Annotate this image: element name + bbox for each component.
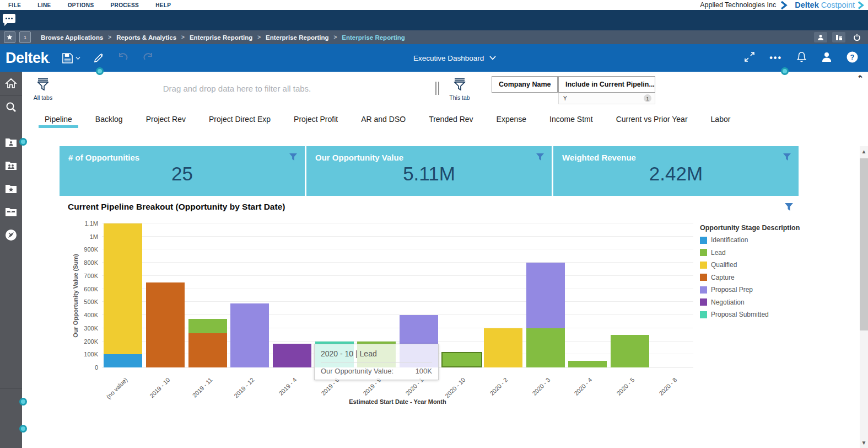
tab-income-stmt[interactable]: Income Stmt <box>538 106 605 132</box>
save-button[interactable] <box>62 52 80 64</box>
starred-folder-icon[interactable] <box>0 177 22 200</box>
bar-segment-identification[interactable] <box>104 354 142 367</box>
legend-item-negotiation[interactable]: Negotiation <box>700 298 800 306</box>
bar-segment-negotiation[interactable] <box>273 344 311 367</box>
user-profile-button[interactable] <box>821 51 832 65</box>
breadcrumb-item[interactable]: Reports & Analytics <box>116 34 176 41</box>
bar-segment-lead[interactable] <box>188 319 227 333</box>
kpi-filter-funnel-icon[interactable] <box>289 153 297 163</box>
organization-icon[interactable] <box>832 32 845 42</box>
breadcrumb-item[interactable]: Enterprise Reporting <box>266 34 328 41</box>
scroll-up-arrow[interactable]: ▲ <box>860 148 868 154</box>
help-button[interactable]: ? <box>847 51 858 65</box>
bar-2020-5[interactable] <box>611 335 649 367</box>
dashboard-selector[interactable]: Executive Dashboard <box>413 44 496 72</box>
legend-label: Proposal Submitted <box>711 311 769 318</box>
redo-button[interactable] <box>142 52 155 64</box>
bar-2019-12[interactable] <box>230 303 269 367</box>
bar-segment-qualified[interactable] <box>484 328 522 367</box>
bar-segment-lead[interactable] <box>443 353 481 366</box>
menu-item-help[interactable]: HELP <box>147 2 179 8</box>
scroll-top-chevron-icon[interactable]: ⌃ <box>857 74 863 82</box>
drag-handle-dot[interactable] <box>19 398 27 406</box>
menu-item-line[interactable]: LINE <box>29 2 59 8</box>
tab-current-vs-prior-year[interactable]: Current vs Prior Year <box>605 106 699 132</box>
search-icon[interactable] <box>0 95 22 119</box>
user-folder-icon[interactable] <box>0 131 22 154</box>
panel-resize-handle[interactable] <box>435 82 439 95</box>
more-options-button[interactable]: ••• <box>769 53 782 63</box>
bar-segment-lead[interactable] <box>611 335 649 367</box>
legend-item-identification[interactable]: Identification <box>700 236 800 244</box>
notifications-bell-button[interactable] <box>796 51 807 65</box>
gridline <box>102 236 693 237</box>
bar-segment-lead[interactable] <box>526 328 565 367</box>
tab-expense[interactable]: Expense <box>485 106 538 132</box>
tab-project-profit[interactable]: Project Profit <box>282 106 349 132</box>
legend-item-qualified[interactable]: Qualified <box>700 261 800 269</box>
compass-icon[interactable] <box>0 223 22 247</box>
breadcrumb-item[interactable]: Enterprise Reporting <box>190 34 252 41</box>
bar-segment-proposal-prep[interactable] <box>230 303 269 367</box>
tab-ar-and-dso[interactable]: AR and DSO <box>349 106 417 132</box>
x-tick-label: 2020 - 1 <box>384 376 425 417</box>
menu-item-file[interactable]: FILE <box>0 2 29 8</box>
chat-icon[interactable] <box>3 14 15 23</box>
bar-segment-qualified[interactable] <box>104 223 142 354</box>
browse-applications-icon[interactable] <box>0 200 22 223</box>
drag-handle-dot[interactable] <box>19 138 27 146</box>
bar-2020-10[interactable] <box>441 352 482 367</box>
window-number-icon[interactable]: 1 <box>19 31 31 43</box>
home-icon[interactable] <box>0 72 22 95</box>
bar-2020-4[interactable] <box>568 361 607 367</box>
scroll-down-arrow[interactable]: ▼ <box>860 440 868 446</box>
bar-2020-3[interactable] <box>526 263 565 367</box>
legend-item-capture[interactable]: Capture <box>700 274 800 281</box>
pipeline-chip-value-row[interactable]: Y 1 <box>558 93 655 104</box>
users-folder-icon[interactable] <box>0 154 22 177</box>
tab-pipeline[interactable]: Pipeline <box>33 106 84 132</box>
menu-item-process[interactable]: PROCESS <box>102 2 147 8</box>
vertical-scrollbar[interactable]: ▲ ▼ <box>860 146 868 448</box>
breadcrumb-item[interactable]: Enterprise Reporting <box>342 34 405 41</box>
chart-filter-funnel-icon[interactable] <box>785 203 793 213</box>
bar-segment-lead[interactable] <box>568 361 607 367</box>
legend-item-proposal-submitted[interactable]: Proposal Submitted <box>700 311 800 318</box>
filter-drop-zone[interactable]: Drag and drop data here to filter all ta… <box>55 84 419 93</box>
bar-segment-capture[interactable] <box>188 333 227 367</box>
undo-button[interactable] <box>116 52 130 64</box>
bar-2019-4[interactable] <box>273 344 311 367</box>
breadcrumb-item[interactable]: Browse Applications <box>41 34 103 41</box>
bar--no-value-[interactable] <box>104 223 142 367</box>
user-icon[interactable] <box>814 32 827 42</box>
bar-segment-capture[interactable] <box>146 282 185 367</box>
favorite-star-icon[interactable] <box>4 31 15 43</box>
kpi-filter-funnel-icon[interactable] <box>536 153 544 163</box>
bar-2019-11[interactable] <box>188 319 227 367</box>
tab-project-rev[interactable]: Project Rev <box>134 106 197 132</box>
power-logout-icon[interactable] <box>850 32 864 42</box>
tab-project-direct-exp[interactable]: Project Direct Exp <box>197 106 282 132</box>
drag-handle-dot[interactable] <box>781 67 789 75</box>
tab-trended-rev[interactable]: Trended Rev <box>417 106 484 132</box>
expand-fullscreen-button[interactable] <box>744 51 755 65</box>
menu-item-options[interactable]: OPTIONS <box>60 2 103 8</box>
tab-labor[interactable]: Labor <box>699 106 742 132</box>
y-tick-label: 500K <box>73 298 98 305</box>
kpi-filter-funnel-icon[interactable] <box>783 153 791 163</box>
pipeline-filter-chip[interactable]: Include in Current Pipelin... Y 1 <box>558 76 655 104</box>
drag-handle-dot[interactable] <box>96 67 104 75</box>
bar-segment-proposal-prep[interactable] <box>526 263 565 328</box>
y-tick-label: 300K <box>73 325 98 332</box>
all-tabs-filter[interactable]: All tabs <box>28 78 58 101</box>
bar-2020-2[interactable] <box>484 328 522 367</box>
tab-backlog[interactable]: Backlog <box>84 106 134 132</box>
company-name-filter-chip[interactable]: Company Name <box>492 76 558 93</box>
edit-pencil-button[interactable] <box>93 52 104 64</box>
this-tab-filter[interactable]: This tab <box>444 78 475 101</box>
bar-2019-10[interactable] <box>146 282 185 367</box>
scrollbar-thumb[interactable] <box>860 158 868 330</box>
legend-item-proposal-prep[interactable]: Proposal Prep <box>700 286 800 294</box>
legend-item-lead[interactable]: Lead <box>700 249 800 257</box>
drag-handle-dot[interactable] <box>19 425 27 433</box>
